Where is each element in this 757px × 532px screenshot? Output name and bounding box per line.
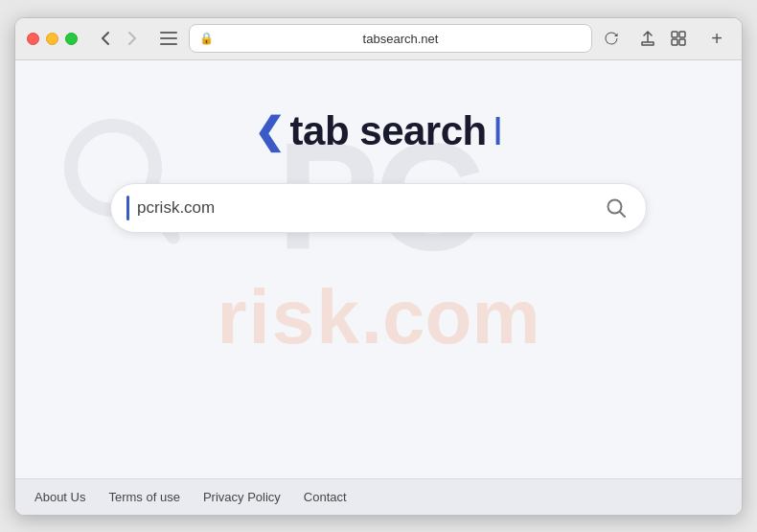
footer: About Us Terms of use Privacy Policy Con… bbox=[15, 478, 742, 515]
svg-rect-0 bbox=[160, 32, 177, 34]
svg-rect-6 bbox=[679, 39, 685, 45]
search-container bbox=[110, 183, 647, 233]
svg-rect-1 bbox=[160, 37, 177, 39]
site-title-text: tab search bbox=[290, 108, 487, 154]
sidebar-toggle-button[interactable] bbox=[156, 26, 181, 51]
back-button[interactable] bbox=[93, 26, 118, 51]
tab-grid-button[interactable] bbox=[665, 25, 692, 52]
about-us-link[interactable]: About Us bbox=[34, 490, 85, 504]
svg-rect-3 bbox=[672, 32, 677, 37]
close-button[interactable] bbox=[27, 33, 39, 45]
terms-link[interactable]: Terms of use bbox=[108, 490, 179, 504]
svg-rect-4 bbox=[679, 32, 685, 37]
svg-rect-2 bbox=[160, 43, 177, 45]
url-display: tabsearch.net bbox=[219, 32, 582, 46]
title-cursor-icon: I bbox=[493, 108, 504, 154]
title-chevron-icon: ❮ bbox=[254, 113, 285, 150]
add-tab-button[interactable]: + bbox=[703, 25, 730, 52]
svg-line-10 bbox=[620, 212, 625, 217]
search-input[interactable] bbox=[137, 198, 602, 218]
toolbar-actions bbox=[634, 25, 692, 52]
main-area: ❮ tab search I bbox=[15, 60, 742, 233]
lock-icon: 🔒 bbox=[199, 32, 214, 45]
title-bar: 🔒 tabsearch.net + bbox=[15, 18, 742, 60]
share-button[interactable] bbox=[634, 25, 661, 52]
contact-link[interactable]: Contact bbox=[304, 490, 347, 504]
maximize-button[interactable] bbox=[65, 33, 78, 45]
search-button[interactable] bbox=[602, 194, 631, 222]
svg-rect-5 bbox=[672, 39, 677, 45]
watermark-risk-text: risk bbox=[217, 273, 360, 361]
forward-button[interactable] bbox=[120, 26, 145, 51]
page-content: PC risk .com ❮ tab search I bbox=[15, 60, 742, 478]
address-bar[interactable]: 🔒 tabsearch.net bbox=[189, 24, 592, 53]
site-title: ❮ tab search I bbox=[254, 108, 504, 154]
privacy-link[interactable]: Privacy Policy bbox=[203, 490, 281, 504]
minimize-button[interactable] bbox=[46, 33, 58, 45]
nav-buttons bbox=[93, 26, 145, 51]
traffic-lights bbox=[27, 33, 78, 45]
browser-window: 🔒 tabsearch.net + bbox=[14, 17, 743, 516]
search-cursor bbox=[126, 196, 129, 220]
watermark-com-text: .com bbox=[361, 273, 540, 361]
reload-button[interactable] bbox=[600, 27, 623, 50]
